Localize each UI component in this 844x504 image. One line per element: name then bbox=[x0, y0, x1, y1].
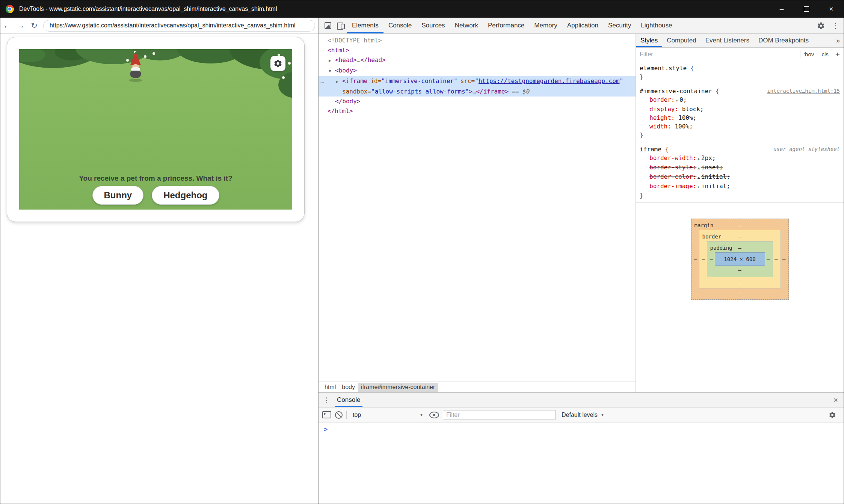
levels-label: Default levels bbox=[562, 412, 598, 418]
css-property-display[interactable]: display: block; bbox=[640, 105, 840, 113]
console-prompt-icon[interactable]: > bbox=[324, 426, 328, 433]
dom-row-iframe[interactable]: …▶<iframeid="immersive-container"src="ht… bbox=[319, 76, 636, 87]
new-style-rule-button[interactable]: + bbox=[832, 50, 844, 59]
drawer-menu-button[interactable]: ⋮ bbox=[319, 396, 335, 404]
expand-arrow-icon[interactable]: ▸ bbox=[698, 166, 700, 171]
tab-security[interactable]: Security bbox=[603, 18, 636, 33]
title-bar: DevTools - www.gstatic.com/assistant/int… bbox=[0, 0, 844, 18]
dom-row-html-open[interactable]: <html> bbox=[319, 45, 636, 55]
browser-pane: ← → ↻ bbox=[0, 18, 318, 504]
css-property-border[interactable]: border:▸0; bbox=[640, 95, 840, 105]
drawer-tab-console[interactable]: Console bbox=[335, 393, 362, 407]
tab-application[interactable]: Application bbox=[562, 18, 603, 33]
close-button[interactable]: × bbox=[819, 0, 844, 18]
gnome-character bbox=[127, 51, 144, 82]
minimize-button[interactable]: – bbox=[769, 0, 794, 18]
twisty-expanded-icon[interactable]: ▼ bbox=[329, 66, 335, 76]
url-bar[interactable] bbox=[43, 20, 315, 32]
tab-sources[interactable]: Sources bbox=[417, 18, 450, 33]
css-property-border-width[interactable]: border-width:▸2px; bbox=[640, 154, 840, 163]
back-button[interactable]: ← bbox=[0, 21, 14, 30]
answer-button-hedgehog[interactable]: Hedgehog bbox=[152, 186, 219, 205]
tab-dom-breakpoints[interactable]: DOM Breakpoints bbox=[754, 34, 813, 47]
devtools-menu-button[interactable]: ⋮ bbox=[827, 21, 844, 30]
dom-row-body-open[interactable]: ▼<body> bbox=[319, 66, 636, 76]
expand-arrow-icon[interactable]: ▸ bbox=[698, 184, 700, 189]
log-levels-selector[interactable]: Default levels ▼ bbox=[562, 412, 604, 418]
maximize-button[interactable] bbox=[794, 0, 819, 18]
execution-context-selector[interactable]: top ▼ bbox=[350, 412, 426, 418]
breadcrumb-body[interactable]: body bbox=[339, 383, 358, 392]
selected-node-hint: == $0 bbox=[512, 88, 530, 95]
tab-memory[interactable]: Memory bbox=[529, 18, 562, 33]
devtools-settings-button[interactable] bbox=[814, 18, 827, 33]
context-label: top bbox=[353, 412, 361, 418]
page-preview: You receive a pet from a princess. What … bbox=[0, 34, 318, 504]
forward-button[interactable]: → bbox=[14, 21, 27, 30]
rule-selector[interactable]: #immersive-container bbox=[640, 88, 712, 95]
stylesheet-source-link[interactable]: interactive…him.html:15 bbox=[767, 87, 840, 95]
dom-row-doctype[interactable]: <!DOCTYPE html> bbox=[319, 36, 636, 45]
flower bbox=[152, 52, 155, 55]
rule-selector[interactable]: iframe bbox=[640, 146, 661, 153]
expand-arrow-icon[interactable]: ▸ bbox=[676, 98, 678, 103]
dom-row-body-close[interactable]: </body> bbox=[319, 97, 636, 106]
tab-event-listeners[interactable]: Event Listeners bbox=[701, 34, 754, 47]
game-settings-button[interactable] bbox=[270, 56, 285, 71]
console-drawer-header: ⋮ Console × bbox=[319, 393, 844, 407]
flower bbox=[144, 55, 146, 58]
breadcrumb-html[interactable]: html bbox=[322, 383, 339, 392]
flower bbox=[282, 76, 285, 79]
console-settings-button[interactable] bbox=[825, 411, 840, 419]
inspect-element-button[interactable] bbox=[322, 18, 334, 33]
console-output[interactable]: > bbox=[319, 423, 844, 504]
box-model-content: 1024 × 600 bbox=[715, 252, 765, 266]
minimize-icon: – bbox=[780, 5, 784, 13]
tab-performance[interactable]: Performance bbox=[483, 18, 529, 33]
live-expression-button[interactable] bbox=[429, 412, 439, 418]
styles-tab-bar: Styles Computed Event Listeners DOM Brea… bbox=[636, 34, 844, 48]
tab-styles[interactable]: Styles bbox=[636, 34, 662, 47]
class-toggle[interactable]: .cls bbox=[817, 51, 832, 57]
drawer-close-button[interactable]: × bbox=[828, 395, 844, 404]
styles-sidebar: Styles Computed Event Listeners DOM Brea… bbox=[636, 34, 844, 392]
css-property-border-image[interactable]: border-image:▸initial; bbox=[640, 182, 840, 191]
reload-button[interactable]: ↻ bbox=[27, 21, 41, 30]
console-filter-input[interactable] bbox=[443, 410, 556, 420]
console-sidebar-toggle[interactable] bbox=[322, 411, 331, 418]
css-property-height[interactable]: height: 100%; bbox=[640, 113, 840, 122]
expand-arrow-icon[interactable]: ▸ bbox=[698, 175, 700, 180]
dom-row-head[interactable]: ▶<head>…</head> bbox=[319, 55, 636, 66]
elements-panel: <!DOCTYPE html> <html> ▶<head>…</head> ▼… bbox=[319, 34, 844, 392]
device-toolbar-button[interactable] bbox=[334, 18, 347, 33]
styles-filter-input[interactable] bbox=[636, 51, 800, 58]
pseudo-state-toggle[interactable]: :hov bbox=[800, 51, 817, 57]
maximize-icon bbox=[804, 6, 809, 12]
expand-arrow-icon[interactable]: ▸ bbox=[698, 156, 700, 161]
box-model-diagram: margin – – – – border – – – – bbox=[691, 219, 789, 300]
dom-row-iframe-continued[interactable]: sandbox="allow-scripts allow-forms">…</i… bbox=[319, 87, 636, 97]
gear-icon bbox=[273, 59, 282, 68]
tab-lighthouse[interactable]: Lighthouse bbox=[636, 18, 677, 33]
answer-button-bunny[interactable]: Bunny bbox=[92, 186, 144, 205]
dom-row-html-close[interactable]: </html> bbox=[319, 106, 636, 116]
row-menu-icon[interactable]: … bbox=[320, 76, 325, 86]
breadcrumb-iframe[interactable]: iframe#immersive-container bbox=[358, 383, 438, 392]
twisty-collapsed-icon[interactable]: ▶ bbox=[329, 56, 335, 66]
css-property-border-style[interactable]: border-style:▸inset; bbox=[640, 163, 840, 172]
css-property-border-color[interactable]: border-color:▸initial; bbox=[640, 172, 840, 182]
css-property-width[interactable]: width: 100%; bbox=[640, 122, 840, 131]
browser-toolbar: ← → ↻ bbox=[0, 18, 318, 34]
clear-console-button[interactable] bbox=[335, 411, 343, 419]
twisty-collapsed-icon[interactable]: ▶ bbox=[336, 77, 342, 87]
box-model-margin: margin – – – – border – – – – bbox=[691, 219, 789, 300]
more-tabs-button[interactable]: » bbox=[832, 37, 844, 45]
iframe-src-link[interactable]: https://testgnomegarden.firebaseapp.com bbox=[479, 77, 620, 85]
tab-elements[interactable]: Elements bbox=[347, 18, 383, 33]
forward-icon: → bbox=[17, 21, 25, 30]
tab-computed[interactable]: Computed bbox=[662, 34, 701, 47]
gear-icon bbox=[829, 411, 836, 419]
element-style-selector[interactable]: element.style bbox=[640, 65, 687, 72]
tab-network[interactable]: Network bbox=[450, 18, 483, 33]
tab-console[interactable]: Console bbox=[383, 18, 417, 33]
